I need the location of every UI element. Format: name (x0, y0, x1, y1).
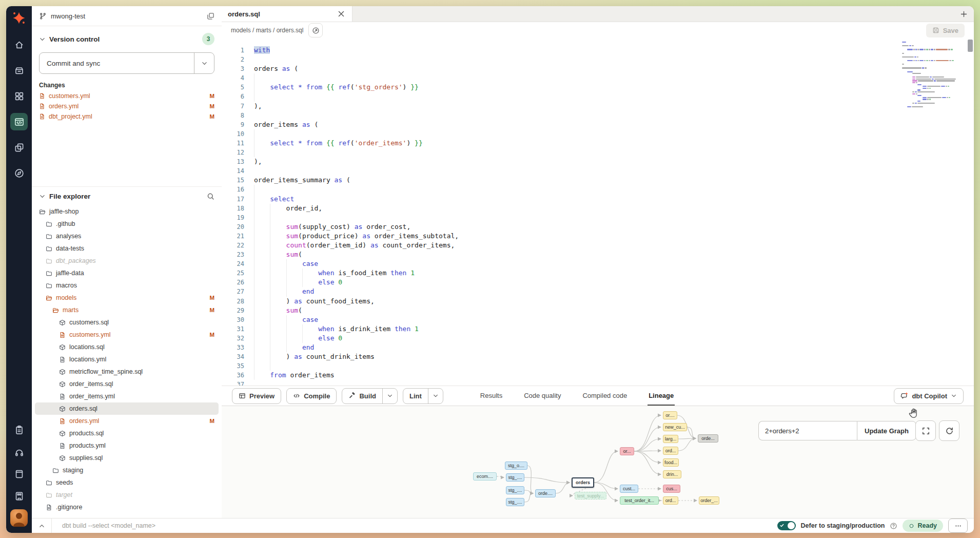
code-line[interactable]: 3orders as ( (222, 64, 974, 73)
code-line[interactable]: 2 (222, 55, 974, 64)
tree-item-models[interactable]: modelsM (35, 292, 219, 304)
code-line[interactable]: 20 sum(supply_cost) as order_cost, (222, 222, 974, 232)
lineage-filter-input[interactable] (758, 421, 857, 440)
code-line[interactable]: 1with (222, 46, 974, 55)
tree-item-products-yml[interactable]: products.yml (35, 439, 219, 452)
code-line[interactable]: 25 when is_food_item then 1 (222, 268, 974, 278)
tab-compiled-code[interactable]: Compiled code (581, 386, 628, 406)
code-line[interactable]: 10 (222, 129, 974, 139)
dbt-command-input[interactable] (52, 522, 777, 529)
tree-item-products-sql[interactable]: products.sql (35, 427, 219, 439)
lineage-node-orde-[interactable]: orde... (698, 434, 718, 443)
lineage-node-or-[interactable]: or... (620, 447, 634, 455)
save-button[interactable]: Save (926, 24, 965, 37)
code-line[interactable]: 37 (222, 380, 974, 386)
defer-toggle[interactable] (777, 521, 796, 530)
code-line[interactable]: 8 (222, 111, 974, 120)
tree-item-order-items-yml[interactable]: order_items.yml (35, 390, 219, 402)
lineage-node-stg-o-[interactable]: stg_o.... (505, 462, 527, 470)
search-icon[interactable] (207, 193, 214, 200)
tree-item-seeds[interactable]: seeds (35, 476, 219, 489)
code-line[interactable]: 35 (222, 361, 974, 371)
code-line[interactable]: 5 select * from {{ ref('stg_orders') }} (222, 83, 974, 92)
tree-item-customers-sql[interactable]: customers.sql (35, 316, 219, 329)
user-avatar[interactable] (10, 509, 28, 527)
lineage-node-ord-[interactable]: ord... (663, 496, 678, 505)
code-line[interactable]: 34 ) as count_drink_items (222, 352, 974, 361)
dbt-copilot-button[interactable]: dbt Copilot (894, 388, 964, 404)
lineage-panel[interactable]: ecom....stg_o....stg_....stg_....stg_...… (222, 406, 974, 518)
code-line[interactable]: 19 (222, 213, 974, 222)
tree-item-macros[interactable]: macros (35, 279, 219, 292)
fullscreen-button[interactable] (915, 420, 936, 441)
lineage-node-stg-[interactable]: stg_.... (506, 498, 524, 506)
close-icon[interactable] (337, 9, 346, 18)
tab-lineage[interactable]: Lineage (648, 386, 675, 406)
scrollbar-thumb[interactable] (968, 40, 973, 52)
code-line[interactable]: 15order_items_summary as ( (222, 176, 974, 185)
tree-item-orders-yml[interactable]: orders.ymlM (35, 415, 219, 427)
rail-item-deploy[interactable] (10, 62, 28, 79)
lineage-node-ecom-[interactable]: ecom.... (473, 472, 497, 481)
tab-code-quality[interactable]: Code quality (523, 386, 562, 406)
code-line[interactable]: 29 sum( (222, 306, 974, 315)
rail-item-docs[interactable] (10, 465, 28, 483)
code-line[interactable]: 32 else 0 (222, 334, 974, 343)
tree-item-staging[interactable]: staging (35, 464, 219, 476)
code-line[interactable]: 13), (222, 157, 974, 166)
lineage-node-orders[interactable]: orders (572, 477, 594, 488)
tree-item--gitignore[interactable]: .gitignore (35, 501, 219, 513)
code-line[interactable]: 36 from order_items (222, 371, 974, 380)
commit-dropdown[interactable] (194, 53, 214, 73)
changed-file-row[interactable]: dbt_project.ymlM (32, 111, 222, 122)
rail-item-projects[interactable] (10, 139, 28, 156)
more-options-button[interactable] (948, 518, 968, 533)
code-line[interactable]: 21 sum(product_price) as order_items_sub… (222, 232, 974, 241)
tree-item-jaffle-shop[interactable]: jaffle-shop (35, 205, 219, 218)
code-line[interactable]: 26 else 0 (222, 278, 974, 287)
code-line[interactable]: 18 order_id, (222, 204, 974, 213)
tree-item-metricflow-time-spine-sql[interactable]: metricflow_time_spine.sql (35, 366, 219, 378)
rail-item-support[interactable] (10, 443, 28, 460)
lineage-node-test-supply-[interactable]: test_supply... (575, 492, 606, 499)
rail-item-org[interactable] (10, 487, 28, 505)
lineage-node-ord-[interactable]: ord... (663, 447, 678, 455)
tree-item-supplies-sql[interactable]: supplies.sql (35, 452, 219, 464)
toolbar-button-lint[interactable]: Lint (403, 388, 443, 404)
tree-item-customers-yml[interactable]: customers.ymlM (35, 329, 219, 341)
tree-item-orders-sql[interactable]: orders.sql (35, 402, 219, 415)
code-line[interactable]: 22 count(order_item_id) as count_order_i… (222, 241, 974, 250)
toolbar-button-preview[interactable]: Preview (232, 388, 281, 404)
code-line[interactable]: 11 select * from {{ ref('order_items') }… (222, 139, 974, 148)
changed-file-row[interactable]: orders.ymlM (32, 101, 222, 111)
lineage-node-drin-[interactable]: drin... (663, 470, 681, 478)
code-line[interactable]: 4 (222, 73, 974, 83)
tree-item-target[interactable]: target (35, 489, 219, 501)
tree-item-marts[interactable]: martsM (35, 304, 219, 316)
code-editor[interactable]: 1with23orders as (4 5 select * from {{ r… (222, 39, 974, 386)
update-graph-button[interactable]: Update Graph (857, 421, 916, 440)
code-line[interactable]: 6 (222, 92, 974, 101)
lineage-node-test-order-it-[interactable]: test_order_it... (620, 496, 659, 505)
chevron-down-icon[interactable] (39, 36, 46, 43)
code-line[interactable]: 12 (222, 148, 974, 157)
rail-item-explore[interactable] (10, 164, 28, 182)
rail-item-tasks[interactable] (10, 421, 28, 438)
chevron-down-icon[interactable] (39, 193, 46, 200)
tree-item-locations-sql[interactable]: locations.sql (35, 341, 219, 353)
help-icon[interactable] (890, 522, 897, 530)
copy-icon[interactable] (207, 12, 214, 20)
tree-item-dbt-packages[interactable]: dbt_packages (35, 255, 219, 267)
view-lineage-button[interactable] (308, 23, 323, 37)
new-tab-button[interactable] (953, 6, 974, 22)
code-line[interactable]: 27 end (222, 287, 974, 296)
lineage-node-stg-[interactable]: stg_.... (506, 486, 524, 494)
lineage-node-order-[interactable]: order_... (699, 496, 719, 505)
code-line[interactable]: 9order_items as ( (222, 120, 974, 129)
lineage-node-stg-[interactable]: stg_.... (506, 473, 524, 482)
minimap[interactable] (902, 42, 953, 110)
lint-dropdown[interactable] (428, 389, 443, 404)
code-line[interactable]: 33 end (222, 343, 974, 352)
refresh-graph-button[interactable] (939, 420, 959, 441)
rail-item-develop[interactable] (10, 113, 28, 130)
